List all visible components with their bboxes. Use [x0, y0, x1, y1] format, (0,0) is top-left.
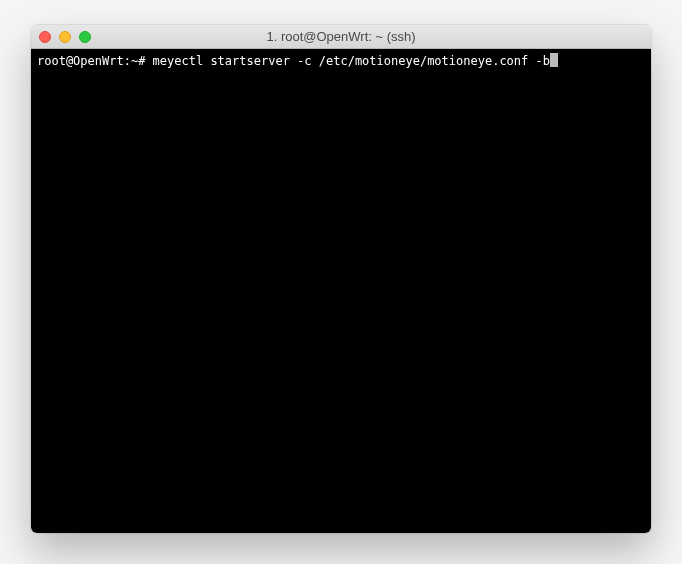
traffic-lights	[39, 31, 91, 43]
minimize-icon[interactable]	[59, 31, 71, 43]
window-titlebar[interactable]: 1. root@OpenWrt: ~ (ssh)	[31, 25, 651, 49]
cursor-icon	[550, 53, 558, 67]
terminal-window: 1. root@OpenWrt: ~ (ssh) root@OpenWrt:~#…	[31, 25, 651, 533]
zoom-icon[interactable]	[79, 31, 91, 43]
terminal-body[interactable]: root@OpenWrt:~# meyectl startserver -c /…	[31, 49, 651, 533]
window-title: 1. root@OpenWrt: ~ (ssh)	[31, 29, 651, 44]
shell-command: meyectl startserver -c /etc/motioneye/mo…	[153, 53, 550, 70]
close-icon[interactable]	[39, 31, 51, 43]
shell-prompt: root@OpenWrt:~#	[37, 53, 153, 70]
terminal-line: root@OpenWrt:~# meyectl startserver -c /…	[37, 53, 645, 70]
